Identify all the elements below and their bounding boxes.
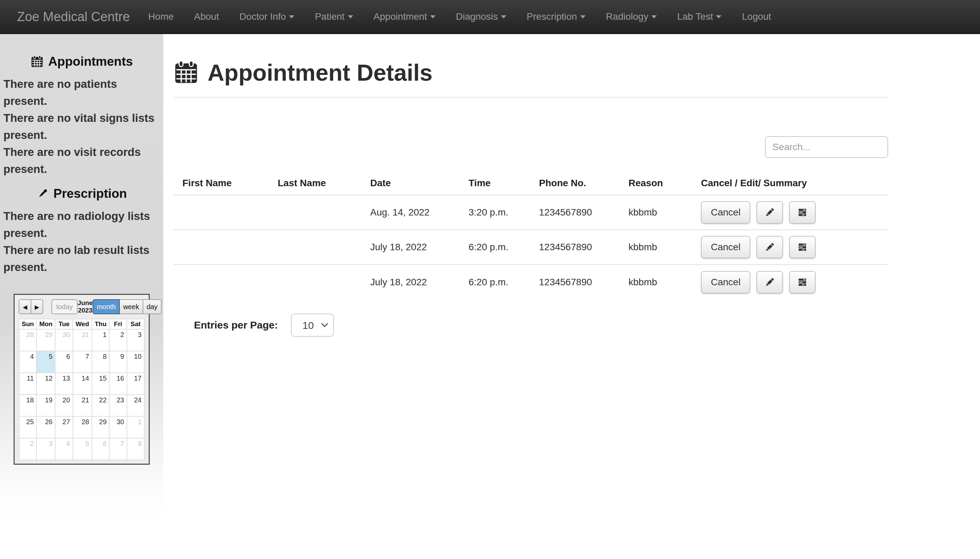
calendar-next-button[interactable]: ▶ — [31, 299, 43, 314]
calendar-day-cell[interactable]: 31 — [73, 329, 92, 351]
calendar-day-cell[interactable]: 7 — [73, 351, 92, 373]
cell-time: 6:20 p.m. — [463, 265, 534, 299]
column-header: Time — [463, 172, 534, 195]
calendar-day-cell[interactable]: 9 — [109, 351, 127, 373]
entries-per-page-select[interactable]: 10 — [291, 314, 334, 337]
calendar-day-cell[interactable]: 28 — [19, 329, 36, 351]
calendar-day-cell[interactable]: 22 — [92, 395, 109, 416]
calendar-day-cell[interactable]: 30 — [109, 416, 127, 438]
nav-item-home[interactable]: Home — [138, 0, 184, 33]
calendar-day-cell[interactable]: 5 — [36, 351, 55, 373]
left-arrow-icon: ◀ — [23, 304, 27, 311]
nav-item-label: Radiology — [606, 11, 648, 22]
nav-item-diagnosis[interactable]: Diagnosis — [446, 0, 516, 33]
calendar-view-day-button[interactable]: day — [143, 299, 162, 314]
cancel-button[interactable]: Cancel — [701, 271, 750, 293]
mini-calendar: ◀ ▶ today June 2023 monthweekday SunMonT… — [13, 294, 150, 465]
table-row: July 18, 20226:20 p.m.1234567890kbbmbCan… — [173, 265, 888, 299]
cell-first-name — [173, 230, 272, 265]
calendar-weeks: 2829303112345678910111213141516171819202… — [19, 329, 144, 460]
calendar-day-cell[interactable]: 17 — [127, 373, 144, 395]
calendar-day-cell[interactable]: 29 — [36, 329, 55, 351]
calendar-day-cell[interactable]: 10 — [127, 351, 144, 373]
summary-list-icon — [796, 241, 808, 253]
calendar-day-header: Mon — [36, 319, 55, 329]
summary-button[interactable] — [789, 271, 816, 293]
calendar-day-cell[interactable]: 3 — [36, 438, 55, 460]
calendar-day-cell[interactable]: 25 — [19, 416, 36, 438]
cell-phone: 1234567890 — [534, 230, 623, 265]
summary-button[interactable] — [789, 201, 816, 224]
table-row: Aug. 14, 20223:20 p.m.1234567890kbbmbCan… — [173, 195, 888, 230]
nav-item-prescription[interactable]: Prescription — [516, 0, 596, 33]
nav-item-label: Home — [148, 11, 174, 22]
nav-item-patient[interactable]: Patient — [305, 0, 363, 33]
calendar-day-cell[interactable]: 19 — [36, 395, 55, 416]
calendar-view-week-button[interactable]: week — [119, 299, 143, 314]
calendar-day-cell[interactable]: 13 — [55, 373, 73, 395]
calendar-day-cell[interactable]: 18 — [19, 395, 36, 416]
calendar-day-cell[interactable]: 6 — [92, 438, 109, 460]
sidebar: Appointments There are no patients prese… — [0, 34, 163, 559]
calendar-day-cell[interactable]: 28 — [73, 416, 92, 438]
calendar-day-cell[interactable]: 7 — [109, 438, 127, 460]
nav-item-label: About — [194, 11, 219, 22]
nav-item-doctor-info[interactable]: Doctor Info — [229, 0, 305, 33]
calendar-day-cell[interactable]: 8 — [127, 438, 144, 460]
calendar-day-cell[interactable]: 11 — [19, 373, 36, 395]
calendar-day-cell[interactable]: 15 — [92, 373, 109, 395]
calendar-today-button[interactable]: today — [51, 299, 78, 314]
calendar-day-cell[interactable]: 3 — [127, 329, 144, 351]
nav-item-appointment[interactable]: Appointment — [363, 0, 446, 33]
calendar-day-cell[interactable]: 5 — [73, 438, 92, 460]
calendar-day-cell[interactable]: 6 — [55, 351, 73, 373]
calendar-day-cell[interactable]: 8 — [92, 351, 109, 373]
nav-item-lab-test[interactable]: Lab Test — [667, 0, 732, 33]
calendar-day-cell[interactable]: 26 — [36, 416, 55, 438]
cancel-button[interactable]: Cancel — [701, 201, 750, 224]
nav-item-logout[interactable]: Logout — [732, 0, 781, 33]
calendar-day-cell[interactable]: 23 — [109, 395, 127, 416]
cell-reason: kbbmb — [623, 265, 696, 299]
calendar-day-cell[interactable]: 4 — [19, 351, 36, 373]
calendar-day-cell[interactable]: 27 — [55, 416, 73, 438]
calendar-day-cell[interactable]: 2 — [109, 329, 127, 351]
calendar-day-cell[interactable]: 20 — [55, 395, 73, 416]
calendar-day-cell[interactable]: 12 — [36, 373, 55, 395]
app-root: Zoe Medical Centre HomeAboutDoctor InfoP… — [0, 0, 980, 559]
sidebar-prescription-heading-label: Prescription — [53, 187, 127, 201]
summary-button[interactable] — [789, 236, 816, 258]
sidebar-appointments-heading-label: Appointments — [48, 55, 133, 69]
edit-button[interactable] — [756, 201, 783, 224]
calendar-day-cell[interactable]: 30 — [55, 329, 73, 351]
calendar-prev-button[interactable]: ◀ — [19, 299, 31, 314]
calendar-day-cell[interactable]: 1 — [127, 416, 144, 438]
calendar-day-cell[interactable]: 4 — [55, 438, 73, 460]
search-input[interactable] — [765, 136, 888, 158]
calendar-day-cell[interactable]: 1 — [92, 329, 109, 351]
calendar-day-cell[interactable]: 29 — [92, 416, 109, 438]
table-row: July 18, 20226:20 p.m.1234567890kbbmbCan… — [173, 230, 888, 265]
cell-date: Aug. 14, 2022 — [365, 195, 463, 230]
nav-item-about[interactable]: About — [184, 0, 229, 33]
page-title-label: Appointment Details — [208, 59, 432, 86]
chevron-down-icon — [348, 15, 353, 18]
sidebar-prescription-heading: Prescription — [0, 187, 163, 201]
calendar-view-month-button[interactable]: month — [92, 299, 120, 314]
pencil-icon — [764, 206, 776, 218]
edit-button[interactable] — [756, 236, 783, 258]
cell-actions: Cancel — [696, 195, 888, 230]
appointments-table: First NameLast NameDateTimePhone No.Reas… — [173, 172, 888, 299]
calendar-day-cell[interactable]: 24 — [127, 395, 144, 416]
cancel-button[interactable]: Cancel — [701, 236, 750, 258]
nav-item-radiology[interactable]: Radiology — [596, 0, 667, 33]
calendar-day-cell[interactable]: 2 — [19, 438, 36, 460]
nav-item-label: Appointment — [374, 11, 427, 22]
calendar-day-cell[interactable]: 14 — [73, 373, 92, 395]
calendar-day-cell[interactable]: 21 — [73, 395, 92, 416]
edit-button[interactable] — [756, 271, 783, 293]
navbar-menu: HomeAboutDoctor InfoPatientAppointmentDi… — [138, 0, 782, 33]
calendar-day-cell[interactable]: 16 — [109, 373, 127, 395]
navbar-brand[interactable]: Zoe Medical Centre — [17, 10, 130, 24]
navbar: Zoe Medical Centre HomeAboutDoctor InfoP… — [0, 0, 980, 34]
